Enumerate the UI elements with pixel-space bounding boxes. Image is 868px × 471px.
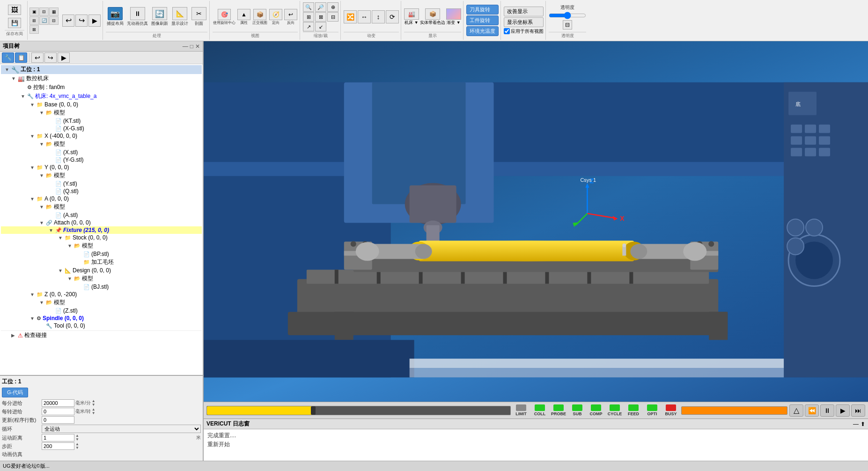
tree-toolbar-btn-undo[interactable]: ↩ bbox=[31, 52, 44, 63]
tree-item-z[interactable]: ▼ 📁 Z (0, 0, -200) bbox=[1, 291, 202, 298]
tree-item-spindle[interactable]: ▼ ⚙ Spindle (0, 0, 0) bbox=[1, 314, 202, 322]
toolbar-btn-undo[interactable]: ↩ bbox=[62, 15, 74, 27]
log-expand-btn[interactable]: ⬆ bbox=[861, 421, 865, 427]
param-input-update[interactable] bbox=[42, 416, 74, 424]
sim-btn-navigate-up[interactable]: △ bbox=[789, 404, 803, 417]
attach-toggle[interactable]: ▼ bbox=[39, 220, 46, 225]
gcode-btn[interactable]: G-代码 bbox=[2, 388, 28, 397]
z-toggle[interactable]: ▼ bbox=[30, 292, 37, 297]
tree-item-cnc[interactable]: ▼ 🏭 数控机床 bbox=[1, 74, 202, 83]
machine-toggle[interactable]: ▼ bbox=[21, 94, 27, 99]
tree-item-x[interactable]: ▼ 📁 X (-400, 0, 0) bbox=[1, 132, 202, 140]
tree-item-y[interactable]: ▼ 📁 Y (0, 0, 0) bbox=[1, 164, 202, 171]
param-down-step-dist[interactable]: ▼ bbox=[75, 446, 79, 450]
toolbar-btn-show-design[interactable]: 📐 显示设计 bbox=[170, 6, 189, 28]
a-toggle[interactable]: ▼ bbox=[30, 196, 37, 202]
tree-item-model-x[interactable]: ▼ 📂 模型 bbox=[1, 140, 202, 149]
tree-item-tool[interactable]: 🔧 Tool (0, 0, 0) bbox=[1, 322, 202, 329]
param-input-step-dist[interactable] bbox=[42, 442, 74, 450]
toolbar-btn-dyn4[interactable]: ⟳ bbox=[386, 10, 399, 23]
toolbar-btn-dyn3[interactable]: ↕ bbox=[372, 10, 385, 23]
param-down-feed[interactable]: ▼ bbox=[92, 403, 96, 407]
param-input-feed[interactable] bbox=[42, 399, 74, 407]
toolbar-btn-workpiece-rotate[interactable]: 工件旋转 bbox=[466, 15, 499, 25]
toolbar-btn-redo[interactable]: ↪ bbox=[75, 15, 88, 27]
toolbar-checkbox-apply-all[interactable] bbox=[504, 28, 510, 34]
toolbar-btn-play[interactable]: ▶ bbox=[88, 15, 101, 27]
cnc-toggle[interactable]: ▼ bbox=[11, 76, 18, 81]
spindle-toggle[interactable]: ▼ bbox=[30, 316, 37, 321]
sim-progress-handle[interactable] bbox=[311, 406, 316, 415]
toolbar-btn-ortho[interactable]: 📦 正交视图 bbox=[252, 8, 268, 26]
small-btn-4[interactable]: ⊞ bbox=[29, 16, 39, 25]
tree-toolbar-btn-1[interactable]: 🔧 bbox=[2, 52, 14, 63]
tree-item-model-z[interactable]: ▼ 📂 模型 bbox=[1, 298, 202, 307]
tree-item-machine-file[interactable]: ▼ 🔧 机床: 4x_vmc_a_table_a bbox=[1, 92, 202, 101]
small-btn-6[interactable]: ⊟ bbox=[49, 16, 59, 25]
toolbar-btn-scale8[interactable]: ↙ bbox=[315, 22, 326, 31]
toolbar-btn-machine-display[interactable]: 🏭 机床 ▼ bbox=[404, 8, 419, 26]
toolbar-btn-scale5[interactable]: ⊠ bbox=[315, 12, 326, 22]
transparency-slider[interactable] bbox=[549, 12, 586, 19]
tree-panel-minimize-btn[interactable]: — bbox=[183, 43, 188, 50]
y-toggle[interactable]: ▼ bbox=[30, 165, 37, 170]
tree-item-bpstl[interactable]: 📄 (BP.stl) bbox=[1, 250, 202, 258]
fixture-toggle[interactable]: ▼ bbox=[49, 228, 55, 233]
sim-btn-play[interactable]: ▶ bbox=[836, 404, 850, 417]
param-input-rev-feed[interactable] bbox=[42, 408, 74, 415]
tree-toolbar-btn-redo[interactable]: ↪ bbox=[44, 52, 57, 63]
tree-item-model-a[interactable]: ▼ 📂 模型 bbox=[1, 202, 202, 211]
toolbar-btn-zoom[interactable]: 🔍 bbox=[303, 2, 314, 12]
toolbar-btn-dyn2[interactable]: ↔ bbox=[358, 10, 371, 23]
sim-btn-fastforward[interactable]: ⏭ bbox=[851, 404, 865, 417]
toolbar-btn-gradient[interactable]: 渐变 ▼ bbox=[446, 8, 461, 26]
tree-item-ystl[interactable]: 📄 (Y.stl) bbox=[1, 180, 202, 187]
toolbar-btn-dyn1[interactable]: 🔀 bbox=[344, 10, 357, 23]
small-btn-7[interactable]: ⊠ bbox=[29, 25, 39, 34]
sim-btn-pause[interactable]: ⏸ bbox=[820, 404, 834, 417]
design-toggle[interactable]: ▼ bbox=[58, 268, 65, 273]
tree-item-yg[interactable]: 📄 (Y-G.stl) bbox=[1, 156, 202, 164]
toolbar-btn-triangle[interactable]: ▲ 属性 bbox=[237, 8, 251, 26]
toolbar-btn-tool-rotate[interactable]: 刀具旋转 bbox=[466, 5, 499, 15]
tree-item-kt[interactable]: 📄 (KT.stl) bbox=[1, 117, 202, 125]
toolbar-btn-scale4[interactable]: ⊞ bbox=[303, 12, 314, 22]
workpiece-toggle[interactable]: ▼ bbox=[5, 67, 11, 72]
param-input-move-dist[interactable] bbox=[42, 434, 74, 441]
toolbar-btn-zoom2[interactable]: 🔎 bbox=[315, 2, 326, 12]
toolbar-btn-delete-view[interactable]: 🖼 bbox=[7, 4, 22, 16]
tree-item-qstl[interactable]: 📄 (Q.stl) bbox=[1, 187, 202, 195]
toolbar-btn-no-anim[interactable]: ⏸ 无动画仿真 bbox=[126, 6, 149, 28]
tree-item-fixture[interactable]: ▼ 📌 Fixture (215, 0, 0) bbox=[1, 226, 202, 234]
toolbar-btn-save-view[interactable]: 💾 bbox=[7, 17, 22, 29]
log-minimize-btn[interactable]: — bbox=[853, 421, 859, 427]
tree-panel-maximize-btn[interactable]: □ bbox=[190, 43, 193, 50]
small-btn-3[interactable]: ▦ bbox=[49, 7, 59, 16]
tree-toolbar-btn-play[interactable]: ▶ bbox=[58, 52, 70, 63]
tree-item-model-design[interactable]: ▼ 📂 模型 bbox=[1, 274, 202, 283]
tree-item-astl[interactable]: 📄 (A.stl) bbox=[1, 211, 202, 219]
toolbar-btn-shading[interactable]: 📦 实体带着色边 bbox=[420, 8, 445, 26]
tree-item-model-base[interactable]: ▼ 📂 模型 bbox=[1, 108, 202, 117]
tree-item-control[interactable]: ⚙ 控制 : fan0m bbox=[1, 83, 202, 92]
x-toggle[interactable]: ▼ bbox=[30, 134, 37, 139]
toolbar-btn-capture[interactable]: 📷 捕捉布局 bbox=[106, 6, 125, 28]
toolbar-btn-scale6[interactable]: ⊟ bbox=[327, 12, 338, 22]
tree-item-attach[interactable]: ▼ 🔗 Attach (0, 0, 0) bbox=[1, 219, 202, 226]
toolbar-btn-section[interactable]: ✂ 剖面 bbox=[191, 6, 207, 28]
toolbar-btn-scale7[interactable]: ↗ bbox=[303, 22, 314, 31]
toolbar-btn-improve[interactable]: 改善显示 bbox=[504, 7, 544, 16]
toolbar-btn-scale3[interactable]: ⊕ bbox=[327, 2, 338, 12]
tree-item-design[interactable]: ▼ 📐 Design (0, 0, 0) bbox=[1, 267, 202, 274]
toolbar-btn-reverse[interactable]: ↩ 反向 bbox=[284, 8, 298, 26]
small-btn-2[interactable]: ⊟ bbox=[39, 7, 49, 16]
viewport-3d[interactable]: Z X Csys 1 底 bbox=[204, 41, 868, 419]
sim-progress-bar[interactable] bbox=[206, 406, 511, 415]
tree-item-collision[interactable]: ▶ ⚠ 检查碰撞 bbox=[1, 330, 202, 340]
tree-item-bjstl[interactable]: 📄 (BJ.stl) bbox=[1, 283, 202, 291]
small-btn-1[interactable]: ▣ bbox=[29, 7, 39, 16]
toolbar-btn-rotation-center[interactable]: 🎯 使用旋转中心 bbox=[213, 8, 236, 26]
tree-item-workpiece[interactable]: ▼ 🔧 工位 : 1 bbox=[1, 65, 202, 74]
toolbar-btn-refresh[interactable]: 🔄 图像刷新 bbox=[150, 6, 169, 28]
toolbar-btn-orient[interactable]: 🧭 定向 bbox=[269, 8, 283, 26]
